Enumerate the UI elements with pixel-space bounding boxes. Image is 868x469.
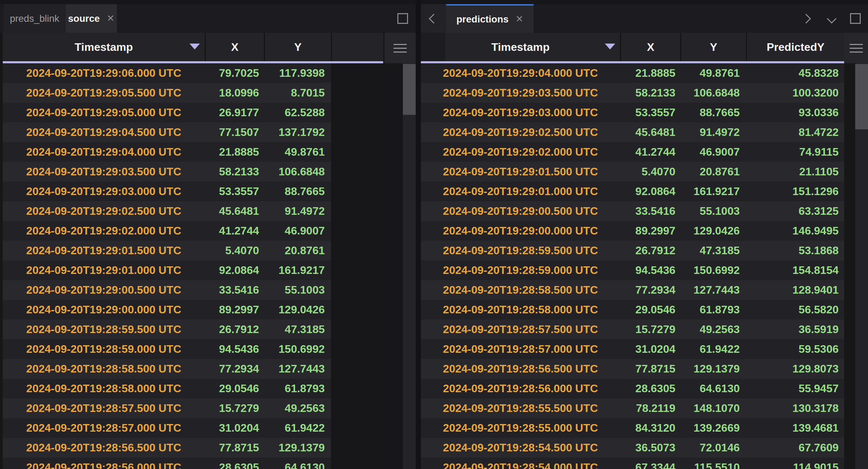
- table-row[interactable]: 2024-09-20T19:28:56.500 UTC 77.8715 129.…: [3, 438, 331, 458]
- cell-y[interactable]: 61.8793: [680, 303, 746, 316]
- cell-y[interactable]: 61.8793: [264, 382, 331, 395]
- cell-predictedy[interactable]: 67.7609: [746, 441, 844, 454]
- cell-timestamp[interactable]: 2024-09-20T19:28:56.500 UTC: [421, 362, 620, 375]
- cell-y[interactable]: 137.1792: [264, 126, 331, 139]
- cell-y[interactable]: 61.9422: [264, 422, 331, 434]
- cell-x[interactable]: 77.8715: [205, 441, 264, 454]
- table-row[interactable]: 2024-09-20T19:28:55.500 UTC 78.2119 148.…: [421, 398, 844, 418]
- cell-timestamp[interactable]: 2024-09-20T19:29:00.000 UTC: [3, 303, 205, 316]
- cell-timestamp[interactable]: 2024-09-20T19:28:57.000 UTC: [421, 343, 620, 356]
- cell-y[interactable]: 47.3185: [680, 244, 746, 257]
- cell-x[interactable]: 92.0864: [205, 264, 264, 277]
- table-row[interactable]: 2024-09-20T19:29:03.000 UTC 53.3557 88.7…: [421, 103, 844, 122]
- cell-timestamp[interactable]: 2024-09-20T19:29:01.500 UTC: [3, 244, 205, 257]
- cell-predictedy[interactable]: 151.1296: [746, 185, 844, 198]
- cell-timestamp[interactable]: 2024-09-20T19:29:03.500 UTC: [421, 86, 620, 99]
- table-row[interactable]: 2024-09-20T19:29:04.500 UTC 77.1507 137.…: [3, 122, 331, 142]
- cell-x[interactable]: 28.6305: [205, 461, 264, 469]
- cell-y[interactable]: 127.7443: [680, 284, 746, 296]
- tab-predictions[interactable]: predictions ✕: [446, 4, 534, 33]
- cell-predictedy[interactable]: 74.9115: [746, 146, 844, 158]
- table-row[interactable]: 2024-09-20T19:29:05.000 UTC 26.9177 62.5…: [3, 103, 331, 122]
- cell-predictedy[interactable]: 93.0336: [746, 106, 844, 119]
- cell-x[interactable]: 33.5416: [205, 284, 264, 296]
- cell-timestamp[interactable]: 2024-09-20T19:29:05.500 UTC: [3, 86, 205, 99]
- cell-y[interactable]: 129.1379: [264, 441, 331, 454]
- cell-x[interactable]: 33.5416: [620, 205, 680, 218]
- cell-timestamp[interactable]: 2024-09-20T19:28:56.500 UTC: [3, 441, 205, 454]
- scrollbar-thumb[interactable]: [855, 64, 868, 129]
- table-row[interactable]: 2024-09-20T19:29:03.000 UTC 53.3557 88.7…: [3, 182, 331, 201]
- cell-timestamp[interactable]: 2024-09-20T19:28:58.500 UTC: [421, 284, 620, 296]
- cell-y[interactable]: 150.6992: [264, 343, 331, 356]
- cell-timestamp[interactable]: 2024-09-20T19:29:02.000 UTC: [3, 224, 205, 237]
- table-row[interactable]: 2024-09-20T19:28:57.000 UTC 31.0204 61.9…: [3, 418, 331, 438]
- table-row[interactable]: 2024-09-20T19:29:02.000 UTC 41.2744 46.9…: [421, 142, 844, 162]
- cell-y[interactable]: 148.1070: [680, 402, 746, 415]
- cell-timestamp[interactable]: 2024-09-20T19:29:02.500 UTC: [3, 205, 205, 218]
- cell-predictedy[interactable]: 36.5919: [746, 323, 844, 336]
- cell-x[interactable]: 89.2997: [205, 303, 264, 316]
- table-row[interactable]: 2024-09-20T19:28:58.500 UTC 77.2934 127.…: [421, 280, 844, 300]
- cell-y[interactable]: 49.8761: [264, 146, 331, 158]
- cell-timestamp[interactable]: 2024-09-20T19:29:02.500 UTC: [421, 126, 620, 139]
- cell-y[interactable]: 61.9422: [680, 343, 746, 356]
- cell-y[interactable]: 117.9398: [264, 67, 331, 80]
- cell-timestamp[interactable]: 2024-09-20T19:29:03.000 UTC: [3, 185, 205, 198]
- table-row[interactable]: 2024-09-20T19:28:57.500 UTC 15.7279 49.2…: [3, 398, 331, 418]
- cell-x[interactable]: 41.2744: [620, 146, 680, 158]
- cell-x[interactable]: 36.5073: [620, 441, 680, 454]
- cell-y[interactable]: 8.7015: [264, 86, 331, 99]
- cell-x[interactable]: 29.0546: [205, 382, 264, 395]
- table-row[interactable]: 2024-09-20T19:28:56.000 UTC 28.6305 64.6…: [3, 458, 331, 469]
- cell-y[interactable]: 115.5510: [680, 461, 746, 469]
- cell-timestamp[interactable]: 2024-09-20T19:28:58.000 UTC: [421, 303, 620, 316]
- cell-timestamp[interactable]: 2024-09-20T19:29:04.500 UTC: [3, 126, 205, 139]
- cell-y[interactable]: 49.2563: [264, 402, 331, 415]
- cell-x[interactable]: 21.8885: [620, 67, 680, 80]
- cell-x[interactable]: 53.3557: [620, 106, 680, 119]
- cell-timestamp[interactable]: 2024-09-20T19:28:59.000 UTC: [421, 264, 620, 277]
- grid-menu-button[interactable]: [385, 33, 416, 63]
- cell-x[interactable]: 94.5436: [620, 264, 680, 277]
- cell-predictedy[interactable]: 63.3125: [746, 205, 844, 218]
- table-row[interactable]: 2024-09-20T19:28:54.000 UTC 67.3344 115.…: [421, 458, 844, 469]
- cell-x[interactable]: 29.0546: [620, 303, 680, 316]
- table-row[interactable]: 2024-09-20T19:29:03.500 UTC 58.2133 106.…: [421, 83, 844, 103]
- table-row[interactable]: 2024-09-20T19:29:05.500 UTC 18.0996 8.70…: [3, 83, 331, 103]
- cell-predictedy[interactable]: 59.5306: [746, 343, 844, 356]
- cell-x[interactable]: 58.2133: [205, 165, 264, 178]
- table-row[interactable]: 2024-09-20T19:29:00.500 UTC 33.5416 55.1…: [421, 201, 844, 221]
- cell-y[interactable]: 129.0426: [680, 224, 746, 237]
- column-header-y[interactable]: Y: [681, 33, 746, 61]
- cell-timestamp[interactable]: 2024-09-20T19:29:03.000 UTC: [421, 106, 620, 119]
- table-row[interactable]: 2024-09-20T19:29:02.500 UTC 45.6481 91.4…: [421, 122, 844, 142]
- cell-timestamp[interactable]: 2024-09-20T19:28:54.000 UTC: [421, 461, 620, 469]
- cell-x[interactable]: 89.2997: [620, 224, 680, 237]
- cell-x[interactable]: 77.1507: [205, 126, 264, 139]
- cell-timestamp[interactable]: 2024-09-20T19:29:04.000 UTC: [3, 146, 205, 158]
- table-row[interactable]: 2024-09-20T19:28:59.500 UTC 26.7912 47.3…: [3, 320, 331, 339]
- cell-predictedy[interactable]: 146.9495: [746, 224, 844, 237]
- table-row[interactable]: 2024-09-20T19:28:56.000 UTC 28.6305 64.6…: [421, 379, 844, 398]
- cell-y[interactable]: 129.0426: [264, 303, 331, 316]
- cell-timestamp[interactable]: 2024-09-20T19:28:59.500 UTC: [3, 323, 205, 336]
- cell-timestamp[interactable]: 2024-09-20T19:29:04.000 UTC: [421, 67, 620, 80]
- table-row[interactable]: 2024-09-20T19:29:01.500 UTC 5.4070 20.87…: [421, 162, 844, 182]
- cell-y[interactable]: 49.2563: [680, 323, 746, 336]
- table-row[interactable]: 2024-09-20T19:29:06.000 UTC 79.7025 117.…: [3, 63, 331, 83]
- cell-timestamp[interactable]: 2024-09-20T19:28:58.500 UTC: [3, 362, 205, 375]
- close-icon[interactable]: ✕: [516, 15, 524, 24]
- column-header-predictedy[interactable]: PredictedY: [747, 33, 844, 61]
- cell-timestamp[interactable]: 2024-09-20T19:28:57.500 UTC: [3, 402, 205, 415]
- close-icon[interactable]: ✕: [107, 14, 115, 23]
- cell-timestamp[interactable]: 2024-09-20T19:28:57.500 UTC: [421, 323, 620, 336]
- cell-y[interactable]: 88.7665: [680, 106, 746, 119]
- table-row[interactable]: 2024-09-20T19:28:54.500 UTC 36.5073 72.0…: [421, 438, 844, 458]
- cell-x[interactable]: 5.4070: [620, 165, 680, 178]
- table-row[interactable]: 2024-09-20T19:29:03.500 UTC 58.2133 106.…: [3, 162, 331, 182]
- cell-y[interactable]: 72.0146: [680, 441, 746, 454]
- table-row[interactable]: 2024-09-20T19:29:00.500 UTC 33.5416 55.1…: [3, 280, 331, 300]
- cell-x[interactable]: 15.7279: [205, 402, 264, 415]
- cell-timestamp[interactable]: 2024-09-20T19:28:59.500 UTC: [421, 244, 620, 257]
